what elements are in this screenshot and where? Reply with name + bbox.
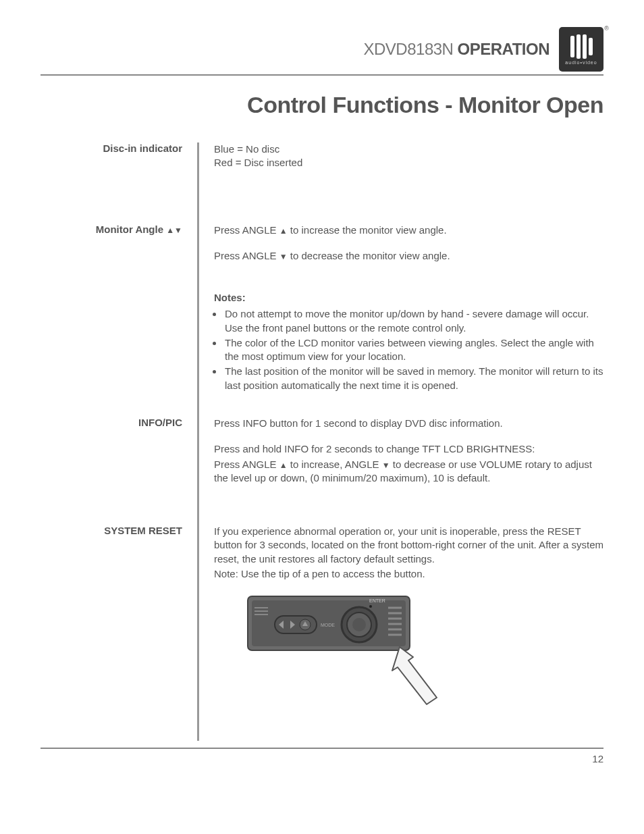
notes-body: Notes: Do not attempt to move the monito… bbox=[199, 291, 603, 417]
reset-diagram-icon: ENTER MODE bbox=[241, 593, 444, 728]
triangle-up-icon bbox=[166, 224, 174, 235]
disc-label: Disc-in indicator bbox=[41, 142, 197, 224]
triangle-up-icon bbox=[279, 224, 288, 236]
note-2: The color of the LCD monitor varies betw… bbox=[223, 336, 603, 364]
reset-p1: If you experience abnormal operation or,… bbox=[214, 525, 603, 566]
svg-point-15 bbox=[352, 618, 366, 631]
disc-blue-line: Blue = No disc bbox=[214, 142, 603, 156]
notes-spacer bbox=[41, 291, 197, 417]
disc-red-line: Red = Disc inserted bbox=[214, 156, 603, 170]
svg-marker-22 bbox=[392, 647, 437, 704]
dual-logo: ® audio•video bbox=[559, 27, 603, 72]
svg-text:MODE: MODE bbox=[321, 623, 335, 627]
model-number: XDVD8183N bbox=[364, 40, 454, 58]
triangle-up-icon bbox=[279, 459, 288, 470]
page-header: XDVD8183N OPERATION ® audio•video bbox=[41, 27, 603, 72]
device-illustration: ENTER MODE bbox=[241, 593, 603, 728]
reset-label: SYSTEM RESET bbox=[41, 525, 197, 741]
triangle-down-icon bbox=[382, 459, 390, 470]
svg-point-6 bbox=[369, 605, 372, 608]
info-p2: Press and hold INFO for 2 seconds to cha… bbox=[214, 442, 603, 456]
logo-subtext: audio•video bbox=[565, 60, 597, 65]
note-1: Do not attempt to move the monitor up/do… bbox=[223, 307, 603, 335]
header-rule bbox=[41, 74, 603, 76]
svg-text:ENTER: ENTER bbox=[369, 598, 385, 603]
info-body: Press INFO button for 1 second to displa… bbox=[199, 417, 603, 525]
registered-mark: ® bbox=[604, 25, 609, 32]
angle-increase-text: Press ANGLE to increase the monitor view… bbox=[214, 224, 603, 237]
reset-body: If you experience abnormal operation or,… bbox=[199, 525, 603, 728]
angle-label-text: Monitor Angle bbox=[96, 224, 166, 235]
note-3: The last position of the monitor will be… bbox=[223, 365, 603, 392]
reset-note: Note: Use the tip of a pen to access the… bbox=[214, 567, 603, 581]
triangle-down-icon bbox=[174, 224, 182, 235]
info-label: INFO/PIC bbox=[41, 417, 197, 525]
header-title: XDVD8183N OPERATION bbox=[364, 40, 549, 59]
info-p1: Press INFO button for 1 second to displa… bbox=[214, 417, 603, 430]
page-footer: 12 bbox=[41, 748, 603, 764]
angle-label: Monitor Angle bbox=[41, 224, 197, 291]
labels-column: Disc-in indicator Monitor Angle INFO/PIC… bbox=[41, 142, 197, 741]
content-section: Disc-in indicator Monitor Angle INFO/PIC… bbox=[41, 142, 603, 741]
triangle-down-icon bbox=[279, 250, 288, 261]
page-number: 12 bbox=[592, 753, 603, 764]
body-column: Blue = No disc Red = Disc inserted Press… bbox=[199, 142, 603, 741]
notes-list: Do not attempt to move the monitor up/do… bbox=[214, 307, 603, 392]
manual-page: XDVD8183N OPERATION ® audio•video Contro… bbox=[0, 0, 644, 785]
notes-heading: Notes: bbox=[214, 292, 246, 303]
angle-decrease-text: Press ANGLE to decrease the monitor view… bbox=[214, 249, 603, 263]
angle-body: Press ANGLE to increase the monitor view… bbox=[199, 224, 603, 291]
disc-body: Blue = No disc Red = Disc inserted bbox=[199, 142, 603, 224]
operation-label: OPERATION bbox=[458, 40, 549, 58]
logo-bars-icon bbox=[570, 34, 593, 59]
page-title: Control Functions - Monitor Open bbox=[41, 92, 603, 118]
info-p3: Press ANGLE to increase, ANGLE to decrea… bbox=[214, 458, 603, 486]
